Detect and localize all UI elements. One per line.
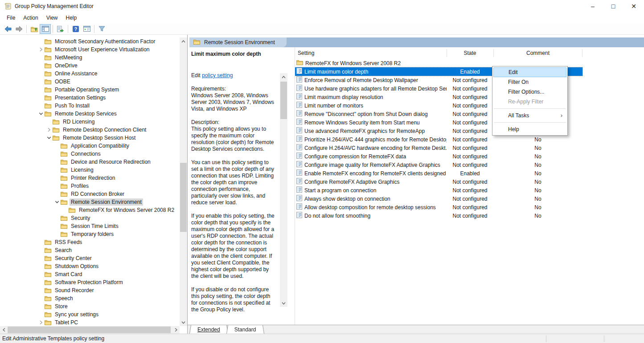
tree-item[interactable]: Security	[0, 214, 180, 222]
maximize-button[interactable]: □	[603, 0, 623, 12]
tree-item[interactable]: Sync your settings	[0, 310, 180, 318]
console-tree-icon[interactable]	[40, 24, 51, 34]
scroll-right-icon[interactable]	[172, 326, 180, 334]
context-menu-item-filter-options[interactable]: Filter Options...	[493, 87, 566, 97]
policy-setting-link[interactable]: policy setting	[202, 72, 233, 79]
tree-item[interactable]: Remote Desktop Session Host	[0, 134, 180, 142]
column-header-state[interactable]: State	[447, 47, 493, 59]
tree-item[interactable]: Shutdown Options	[0, 262, 180, 270]
tree-item[interactable]: Printer Redirection	[0, 174, 180, 182]
tree-item[interactable]: OneDrive	[0, 62, 180, 70]
minimize-button[interactable]: –	[582, 0, 603, 12]
tree-vertical-scrollbar[interactable]	[180, 37, 187, 326]
tree-item[interactable]: Session Time Limits	[0, 222, 180, 230]
table-row[interactable]: Configure image quality for RemoteFX Ada…	[295, 161, 582, 169]
setting-cell: Configure RemoteFX Adaptive Graphics	[295, 178, 447, 186]
setting-cell: Enable RemoteFX encoding for RemoteFX cl…	[295, 169, 447, 177]
filter-icon[interactable]	[96, 24, 107, 34]
table-row[interactable]: Start a program on connectionNot configu…	[295, 186, 582, 194]
chevron-down-icon[interactable]	[45, 134, 53, 141]
chevron-right-icon[interactable]	[37, 319, 45, 326]
chevron-right-icon[interactable]	[37, 46, 45, 53]
up-one-level-icon[interactable]	[29, 24, 40, 34]
table-row[interactable]: Prioritize H.264/AVC 444 graphics mode f…	[295, 135, 582, 144]
tree-item[interactable]: OOBE	[0, 78, 180, 86]
table-row[interactable]: Allow desktop composition for remote des…	[295, 203, 582, 211]
tree-item[interactable]: Profiles	[0, 182, 180, 190]
context-menu-item-re-apply-filter[interactable]: Re-Apply Filter	[493, 97, 566, 107]
tree-item[interactable]: Tablet PC	[0, 318, 180, 326]
tree-item[interactable]: Push To Install	[0, 102, 180, 110]
tree-item[interactable]: Licensing	[0, 166, 180, 174]
column-header-setting[interactable]: Setting	[295, 47, 447, 59]
tree-item[interactable]: Search	[0, 246, 180, 254]
tab-standard[interactable]: Standard	[228, 325, 263, 334]
scrollbar-thumb[interactable]	[8, 326, 171, 333]
scroll-down-icon[interactable]	[280, 299, 287, 307]
tab-extended[interactable]: Extended	[191, 325, 227, 334]
tree-item[interactable]: RSS Feeds	[0, 238, 180, 246]
table-row[interactable]: Configure RemoteFX Adaptive GraphicsNot …	[295, 178, 582, 186]
scroll-up-icon[interactable]	[180, 37, 187, 45]
tree-item[interactable]: RD Licensing	[0, 118, 180, 126]
table-row[interactable]: Configure H.264/AVC hardware encoding fo…	[295, 144, 582, 152]
menu-action[interactable]: Action	[19, 13, 42, 22]
context-menu-item-filter-on[interactable]: Filter On	[493, 77, 566, 87]
tree-item[interactable]: RD Connection Broker	[0, 190, 180, 198]
tree-item[interactable]: Software Protection Platform	[0, 278, 180, 286]
scroll-down-icon[interactable]	[180, 318, 187, 326]
chevron-placeholder	[37, 78, 45, 85]
help-icon[interactable]: ?	[70, 24, 81, 34]
tree-item[interactable]: Application Compatibility	[0, 142, 180, 150]
column-header-comment[interactable]: Comment	[493, 47, 582, 59]
menu-file[interactable]: File	[3, 13, 19, 22]
context-menu: EditFilter OnFilter Options...Re-Apply F…	[492, 66, 568, 136]
tree-item[interactable]: Microsoft Secondary Authentication Facto…	[0, 37, 180, 45]
tree-item[interactable]: Presentation Settings	[0, 94, 180, 102]
tree-item[interactable]: RemoteFX for Windows Server 2008 R2	[0, 206, 180, 214]
scroll-left-icon[interactable]	[0, 326, 8, 334]
chevron-placeholder	[37, 38, 45, 45]
menu-help[interactable]: Help	[62, 13, 81, 22]
export-list-icon[interactable]	[55, 24, 66, 34]
tree-item[interactable]: Microsoft User Experience Virtualization	[0, 45, 180, 54]
details-vertical-scrollbar[interactable]	[280, 73, 287, 307]
back-icon[interactable]	[2, 24, 13, 34]
table-row[interactable]: Always show desktop on connectionNot con…	[295, 194, 582, 203]
chevron-right-icon[interactable]	[45, 126, 53, 133]
close-button[interactable]: ✕	[623, 0, 644, 12]
scrollbar-thumb[interactable]	[280, 82, 287, 119]
forward-icon[interactable]	[13, 24, 25, 34]
table-row[interactable]: Configure compression for RemoteFX dataN…	[295, 152, 582, 161]
tree-item[interactable]: Connections	[0, 150, 180, 158]
policy-icon	[296, 136, 302, 143]
tree-item[interactable]: Portable Operating System	[0, 86, 180, 94]
tree-item-label: Remote Session Environment	[70, 198, 143, 206]
chevron-down-icon[interactable]	[53, 198, 61, 206]
tree-item[interactable]: Sound Recorder	[0, 286, 180, 294]
tree-horizontal-scrollbar[interactable]	[0, 326, 180, 334]
tree-item[interactable]: Temporary folders	[0, 230, 180, 238]
context-menu-item-edit[interactable]: Edit	[493, 67, 566, 77]
menu-view[interactable]: View	[42, 13, 62, 22]
tree-item[interactable]: NetMeeting	[0, 54, 180, 62]
tree-item[interactable]: Remote Session Environment	[0, 198, 180, 206]
tree-item[interactable]: Speech	[0, 294, 180, 302]
tree-item[interactable]: Smart Card	[0, 270, 180, 278]
table-row[interactable]: Do not allow font smoothingNot configure…	[295, 211, 582, 220]
tree-item[interactable]: Security Center	[0, 254, 180, 262]
tree-item-label: Presentation Settings	[53, 94, 107, 101]
tree-item[interactable]: Remote Desktop Services	[0, 110, 180, 118]
chevron-down-icon[interactable]	[37, 110, 45, 117]
tree-item[interactable]: Remote Desktop Connection Client	[0, 126, 180, 134]
tree-item[interactable]: Device and Resource Redirection	[0, 158, 180, 166]
table-body: RemoteFX for Windows Server 2008 R2Limit…	[295, 59, 644, 220]
tree-item[interactable]: Online Assistance	[0, 70, 180, 78]
properties-window-icon[interactable]	[81, 24, 92, 34]
scroll-up-icon[interactable]	[280, 73, 287, 81]
context-menu-item-help[interactable]: Help	[493, 124, 566, 134]
scrollbar-thumb[interactable]	[180, 163, 187, 232]
context-menu-item-all-tasks[interactable]: All Tasks›	[493, 111, 566, 120]
table-row[interactable]: Enable RemoteFX encoding for RemoteFX cl…	[295, 169, 582, 178]
tree-item[interactable]: Store	[0, 302, 180, 310]
